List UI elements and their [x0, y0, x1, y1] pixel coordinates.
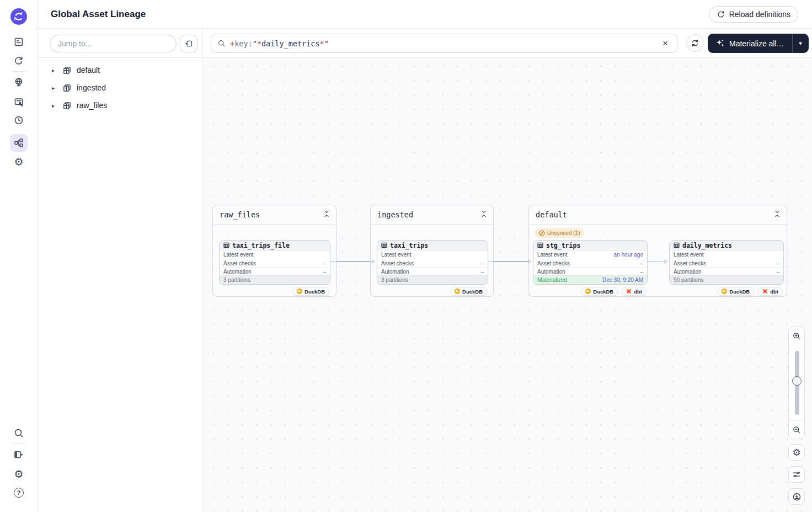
- group-header[interactable]: ingested: [371, 205, 493, 225]
- group-header[interactable]: default: [529, 205, 787, 225]
- latest-event-link[interactable]: an hour ago: [614, 252, 643, 258]
- download-graph-button[interactable]: [788, 488, 805, 505]
- group-node-raw_files[interactable]: raw_files taxi_trips_file Latest event A…: [212, 205, 336, 297]
- schedules-icon[interactable]: [10, 111, 28, 129]
- dbt-badge[interactable]: dbt: [622, 287, 647, 296]
- duckdb-badge[interactable]: DuckDB: [717, 287, 754, 296]
- partitions-label: 3 partitions: [381, 277, 408, 283]
- row-value: –: [480, 260, 484, 266]
- row-label: Automation: [537, 269, 565, 275]
- collapse-group-icon[interactable]: [774, 210, 780, 220]
- duckdb-badge[interactable]: DuckDB: [292, 287, 329, 296]
- dagster-logo[interactable]: [10, 8, 28, 25]
- table-icon: [537, 242, 543, 248]
- row-value: –: [640, 260, 643, 266]
- group-icon: [62, 66, 72, 75]
- asset-badges: DuckDB: [450, 287, 487, 296]
- jobs-icon[interactable]: [10, 93, 28, 111]
- dbt-badge[interactable]: dbt: [758, 287, 783, 296]
- collapse-sidebar-button[interactable]: [180, 35, 197, 52]
- jump-to-input[interactable]: [50, 35, 177, 52]
- download-icon: [792, 492, 802, 502]
- asset-search-input[interactable]: +key:"*daily_metrics*" ×: [211, 34, 677, 53]
- clear-search-button[interactable]: ×: [658, 36, 672, 51]
- sidebar-item-default[interactable]: ▸ default: [38, 61, 202, 79]
- help-icon[interactable]: ?: [10, 484, 28, 502]
- reload-icon: [717, 10, 725, 19]
- top-bar: Global Asset Lineage Reload definitions: [38, 0, 812, 29]
- duckdb-icon: [455, 289, 460, 294]
- unsynced-badge[interactable]: Unsynced (1): [535, 228, 584, 238]
- graph-filters-button[interactable]: [788, 466, 805, 483]
- sparkle-icon: [715, 39, 725, 48]
- refresh-graph-button[interactable]: [686, 34, 704, 52]
- badge-label: DuckDB: [462, 289, 483, 295]
- asset-node-taxi_trips_file[interactable]: taxi_trips_file Latest event Asset check…: [219, 240, 330, 285]
- zoom-controls: [788, 327, 805, 439]
- row-label: Asset checks: [537, 260, 570, 266]
- materialized-time[interactable]: Dec 30, 9:20 AM: [602, 277, 643, 283]
- collapse-group-icon[interactable]: [481, 210, 487, 220]
- duckdb-icon: [585, 289, 591, 294]
- search-query: +key:"*daily_metrics*": [230, 39, 658, 48]
- group-title: raw_files: [220, 210, 260, 219]
- rail-divider: [12, 443, 25, 444]
- deployment-icon[interactable]: [10, 73, 28, 91]
- asset-groups-sidebar: ▸ default ▸ ingested ▸ raw_files: [38, 29, 203, 512]
- chevron-right-icon[interactable]: ▸: [52, 103, 57, 109]
- materialize-all-button[interactable]: Materialize all…: [708, 34, 792, 53]
- zoom-out-button[interactable]: [789, 420, 804, 439]
- row-label: Automation: [223, 269, 252, 275]
- sidebar-item-raw_files[interactable]: ▸ raw_files: [38, 97, 202, 114]
- expand-panel-icon[interactable]: [10, 446, 28, 463]
- group-node-ingested[interactable]: ingested taxi_trips Latest event Asset c…: [370, 205, 494, 297]
- zoom-slider[interactable]: [789, 345, 804, 420]
- badge-label: dbt: [770, 289, 778, 295]
- row-label: Latest event: [381, 252, 411, 258]
- app-nav-rail: ⚙ ⚙ ?: [0, 0, 38, 512]
- group-icon: [62, 101, 72, 110]
- zoom-slider-handle[interactable]: [792, 376, 802, 386]
- row-value: –: [480, 269, 484, 275]
- table-icon: [674, 242, 680, 248]
- materialized-status: Materialized: [537, 277, 567, 283]
- partitions-label: 3 partitions: [223, 277, 250, 283]
- search-icon[interactable]: [10, 424, 28, 442]
- row-value: –: [323, 269, 326, 275]
- asset-node-daily_metrics[interactable]: daily_metrics Latest event Asset checks–…: [669, 240, 784, 285]
- lineage-icon[interactable]: [10, 134, 28, 152]
- group-icon: [62, 83, 72, 93]
- user-settings-icon[interactable]: ⚙: [10, 465, 28, 483]
- asset-node-taxi_trips[interactable]: taxi_trips Latest event Asset checks– Au…: [377, 240, 488, 285]
- settings-icon[interactable]: ⚙: [10, 153, 28, 170]
- asset-badges: DuckDB dbt: [581, 287, 647, 296]
- group-header[interactable]: raw_files: [213, 205, 336, 225]
- group-tree: ▸ default ▸ ingested ▸ raw_files: [38, 58, 202, 114]
- rail-divider: [12, 71, 25, 72]
- asset-node-stg_trips[interactable]: stg_trips Latest eventan hour ago Asset …: [533, 240, 648, 285]
- duckdb-badge[interactable]: DuckDB: [450, 287, 487, 296]
- group-node-default[interactable]: default Unsynced (1) stg_trips Latest ev…: [528, 205, 787, 297]
- zoom-in-button[interactable]: [789, 327, 804, 345]
- partitions-label: 90 partitions: [674, 277, 703, 283]
- row-value: –: [323, 260, 326, 266]
- collapse-group-icon[interactable]: [324, 210, 329, 220]
- overview-icon[interactable]: [10, 33, 28, 51]
- lineage-canvas[interactable]: raw_files taxi_trips_file Latest event A…: [203, 58, 812, 512]
- gear-icon: ⚙: [792, 448, 800, 457]
- filters-icon: [792, 470, 801, 479]
- runs-icon[interactable]: [10, 52, 28, 70]
- duckdb-icon: [722, 289, 727, 294]
- reload-definitions-button[interactable]: Reload definitions: [709, 6, 798, 23]
- asset-badges: DuckDB dbt: [717, 287, 783, 296]
- materialize-options-caret[interactable]: ▾: [793, 34, 809, 53]
- chevron-right-icon[interactable]: ▸: [52, 67, 57, 73]
- chevron-right-icon[interactable]: ▸: [52, 85, 57, 91]
- duckdb-badge[interactable]: DuckDB: [581, 287, 618, 296]
- materialize-all-split-button: Materialize all… ▾: [708, 34, 809, 53]
- sidebar-item-ingested[interactable]: ▸ ingested: [38, 79, 202, 97]
- badge-label: DuckDB: [593, 289, 613, 295]
- graph-settings-button[interactable]: ⚙: [788, 444, 805, 461]
- table-icon: [223, 242, 229, 248]
- duckdb-icon: [297, 289, 302, 294]
